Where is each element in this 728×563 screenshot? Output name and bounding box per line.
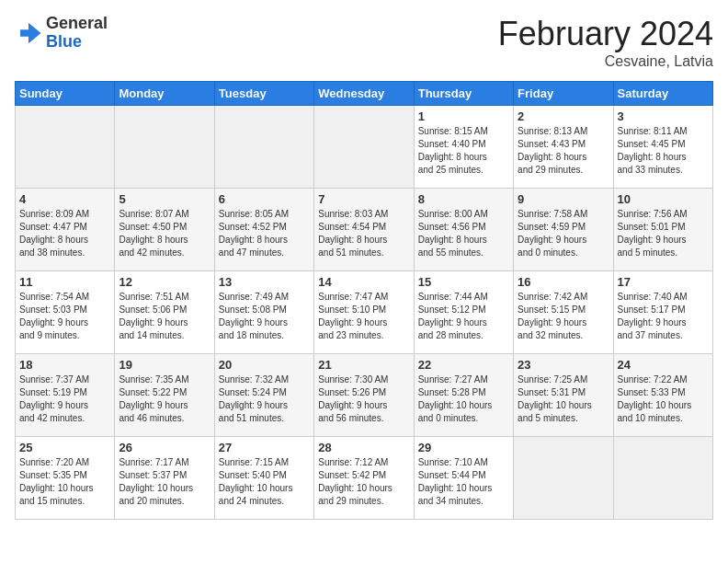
day-number: 17 xyxy=(618,275,709,289)
day-info: Sunrise: 7:35 AM Sunset: 5:22 PM Dayligh… xyxy=(119,373,210,425)
header-area: General Blue February 2024 Cesvaine, Lat… xyxy=(15,15,713,70)
day-info: Sunrise: 8:03 AM Sunset: 4:54 PM Dayligh… xyxy=(318,208,409,259)
calendar-cell: 18Sunrise: 7:37 AM Sunset: 5:19 PM Dayli… xyxy=(16,354,115,437)
calendar-cell: 20Sunrise: 7:32 AM Sunset: 5:24 PM Dayli… xyxy=(214,354,313,437)
calendar-header: SundayMondayTuesdayWednesdayThursdayFrid… xyxy=(16,82,713,106)
logo: General Blue xyxy=(15,15,108,52)
day-number: 12 xyxy=(119,275,210,289)
day-info: Sunrise: 8:05 AM Sunset: 4:52 PM Dayligh… xyxy=(219,208,310,259)
day-number: 19 xyxy=(119,358,210,372)
day-info: Sunrise: 7:25 AM Sunset: 5:31 PM Dayligh… xyxy=(518,373,609,425)
day-number: 16 xyxy=(518,275,609,289)
day-info: Sunrise: 7:32 AM Sunset: 5:24 PM Dayligh… xyxy=(219,373,310,425)
day-info: Sunrise: 8:00 AM Sunset: 4:56 PM Dayligh… xyxy=(418,208,509,259)
calendar-cell xyxy=(115,106,214,189)
day-info: Sunrise: 7:17 AM Sunset: 5:37 PM Dayligh… xyxy=(119,456,210,508)
day-number: 6 xyxy=(219,192,310,206)
day-info: Sunrise: 7:42 AM Sunset: 5:15 PM Dayligh… xyxy=(518,291,609,342)
calendar-cell: 26Sunrise: 7:17 AM Sunset: 5:37 PM Dayli… xyxy=(115,437,214,520)
calendar-cell xyxy=(514,437,613,520)
logo-icon xyxy=(15,19,42,47)
weekday-saturday: Saturday xyxy=(613,82,712,106)
day-info: Sunrise: 7:47 AM Sunset: 5:10 PM Dayligh… xyxy=(318,291,409,342)
day-info: Sunrise: 7:54 AM Sunset: 5:03 PM Dayligh… xyxy=(19,291,110,342)
day-number: 25 xyxy=(19,441,110,454)
calendar-cell xyxy=(314,106,414,189)
weekday-thursday: Thursday xyxy=(414,82,513,106)
day-info: Sunrise: 7:22 AM Sunset: 5:33 PM Dayligh… xyxy=(618,373,709,425)
logo-text: General Blue xyxy=(46,15,108,52)
day-number: 24 xyxy=(618,358,709,372)
day-info: Sunrise: 7:20 AM Sunset: 5:35 PM Dayligh… xyxy=(19,456,110,508)
calendar-cell: 28Sunrise: 7:12 AM Sunset: 5:42 PM Dayli… xyxy=(314,437,414,520)
month-title: February 2024 xyxy=(498,15,713,53)
day-number: 22 xyxy=(418,358,509,372)
weekday-header-row: SundayMondayTuesdayWednesdayThursdayFrid… xyxy=(16,82,713,106)
day-number: 20 xyxy=(219,358,310,372)
calendar-cell: 17Sunrise: 7:40 AM Sunset: 5:17 PM Dayli… xyxy=(613,271,712,354)
calendar-cell: 2Sunrise: 8:13 AM Sunset: 4:43 PM Daylig… xyxy=(514,106,613,189)
weekday-sunday: Sunday xyxy=(16,82,115,106)
calendar-cell xyxy=(214,106,313,189)
calendar-cell: 5Sunrise: 8:07 AM Sunset: 4:50 PM Daylig… xyxy=(115,189,214,271)
calendar-cell: 10Sunrise: 7:56 AM Sunset: 5:01 PM Dayli… xyxy=(613,189,712,271)
day-number: 21 xyxy=(318,358,409,372)
day-info: Sunrise: 8:07 AM Sunset: 4:50 PM Dayligh… xyxy=(119,208,210,259)
day-number: 3 xyxy=(618,109,709,123)
week-row-3: 18Sunrise: 7:37 AM Sunset: 5:19 PM Dayli… xyxy=(16,354,713,437)
calendar-cell: 8Sunrise: 8:00 AM Sunset: 4:56 PM Daylig… xyxy=(414,189,513,271)
calendar-cell xyxy=(613,437,712,520)
calendar-cell: 15Sunrise: 7:44 AM Sunset: 5:12 PM Dayli… xyxy=(414,271,513,354)
day-number: 27 xyxy=(219,441,310,454)
calendar-cell: 27Sunrise: 7:15 AM Sunset: 5:40 PM Dayli… xyxy=(214,437,313,520)
weekday-wednesday: Wednesday xyxy=(314,82,414,106)
day-info: Sunrise: 7:15 AM Sunset: 5:40 PM Dayligh… xyxy=(219,456,310,508)
day-info: Sunrise: 7:10 AM Sunset: 5:44 PM Dayligh… xyxy=(418,456,509,508)
day-info: Sunrise: 7:51 AM Sunset: 5:06 PM Dayligh… xyxy=(119,291,210,342)
weekday-friday: Friday xyxy=(514,82,613,106)
day-info: Sunrise: 7:37 AM Sunset: 5:19 PM Dayligh… xyxy=(19,373,110,425)
day-info: Sunrise: 8:13 AM Sunset: 4:43 PM Dayligh… xyxy=(518,125,609,177)
calendar-cell: 4Sunrise: 8:09 AM Sunset: 4:47 PM Daylig… xyxy=(16,189,115,271)
logo-general: General xyxy=(46,15,108,33)
calendar-cell: 11Sunrise: 7:54 AM Sunset: 5:03 PM Dayli… xyxy=(16,271,115,354)
day-number: 26 xyxy=(119,441,210,454)
title-area: February 2024 Cesvaine, Latvia xyxy=(498,15,713,70)
day-number: 1 xyxy=(418,109,509,123)
calendar-cell xyxy=(16,106,115,189)
week-row-0: 1Sunrise: 8:15 AM Sunset: 4:40 PM Daylig… xyxy=(16,106,713,189)
day-number: 28 xyxy=(318,441,409,454)
day-number: 10 xyxy=(618,192,709,206)
day-info: Sunrise: 7:40 AM Sunset: 5:17 PM Dayligh… xyxy=(618,291,709,342)
calendar-cell: 29Sunrise: 7:10 AM Sunset: 5:44 PM Dayli… xyxy=(414,437,513,520)
day-number: 29 xyxy=(418,441,509,454)
day-info: Sunrise: 8:11 AM Sunset: 4:45 PM Dayligh… xyxy=(618,125,709,177)
week-row-2: 11Sunrise: 7:54 AM Sunset: 5:03 PM Dayli… xyxy=(16,271,713,354)
day-number: 14 xyxy=(318,275,409,289)
day-number: 23 xyxy=(518,358,609,372)
day-info: Sunrise: 7:49 AM Sunset: 5:08 PM Dayligh… xyxy=(219,291,310,342)
calendar-cell: 7Sunrise: 8:03 AM Sunset: 4:54 PM Daylig… xyxy=(314,189,414,271)
week-row-1: 4Sunrise: 8:09 AM Sunset: 4:47 PM Daylig… xyxy=(16,189,713,271)
day-info: Sunrise: 7:44 AM Sunset: 5:12 PM Dayligh… xyxy=(418,291,509,342)
calendar-cell: 12Sunrise: 7:51 AM Sunset: 5:06 PM Dayli… xyxy=(115,271,214,354)
day-number: 18 xyxy=(19,358,110,372)
week-row-4: 25Sunrise: 7:20 AM Sunset: 5:35 PM Dayli… xyxy=(16,437,713,520)
logo-blue: Blue xyxy=(46,33,108,52)
calendar-cell: 14Sunrise: 7:47 AM Sunset: 5:10 PM Dayli… xyxy=(314,271,414,354)
day-info: Sunrise: 7:30 AM Sunset: 5:26 PM Dayligh… xyxy=(318,373,409,425)
calendar-cell: 3Sunrise: 8:11 AM Sunset: 4:45 PM Daylig… xyxy=(613,106,712,189)
calendar-cell: 6Sunrise: 8:05 AM Sunset: 4:52 PM Daylig… xyxy=(214,189,313,271)
day-number: 8 xyxy=(418,192,509,206)
day-number: 13 xyxy=(219,275,310,289)
day-number: 2 xyxy=(518,109,609,123)
weekday-tuesday: Tuesday xyxy=(214,82,313,106)
day-info: Sunrise: 7:56 AM Sunset: 5:01 PM Dayligh… xyxy=(618,208,709,259)
day-number: 15 xyxy=(418,275,509,289)
day-info: Sunrise: 7:12 AM Sunset: 5:42 PM Dayligh… xyxy=(318,456,409,508)
calendar-cell: 22Sunrise: 7:27 AM Sunset: 5:28 PM Dayli… xyxy=(414,354,513,437)
calendar-body: 1Sunrise: 8:15 AM Sunset: 4:40 PM Daylig… xyxy=(16,106,713,520)
day-number: 7 xyxy=(318,192,409,206)
calendar-cell: 24Sunrise: 7:22 AM Sunset: 5:33 PM Dayli… xyxy=(613,354,712,437)
calendar-cell: 16Sunrise: 7:42 AM Sunset: 5:15 PM Dayli… xyxy=(514,271,613,354)
